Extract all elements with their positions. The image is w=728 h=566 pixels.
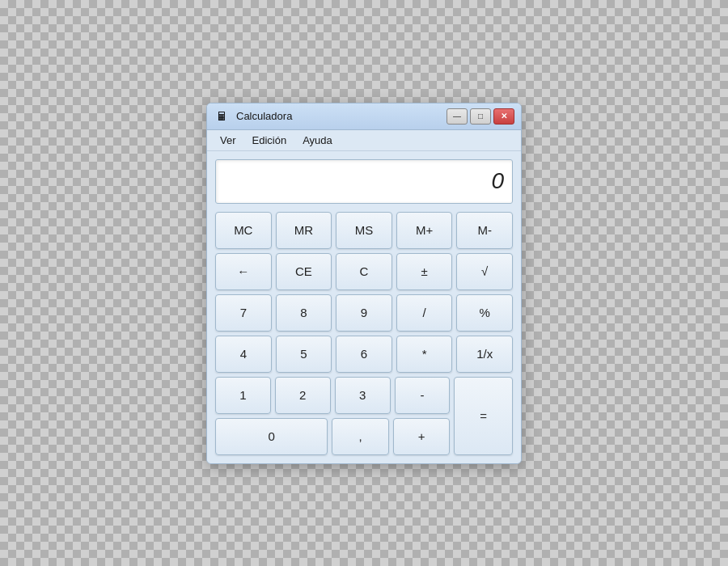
backspace-button[interactable]: ← — [215, 253, 272, 290]
row-456: 4 5 6 * 1/x — [215, 336, 513, 373]
row-123: 1 2 3 - — [215, 377, 450, 414]
percent-button[interactable]: % — [456, 294, 513, 332]
window-title: Calculadora — [236, 110, 440, 122]
equals-col: = — [454, 377, 513, 455]
seven-button[interactable]: 7 — [215, 294, 272, 332]
app-icon: 🖩 — [214, 108, 230, 125]
plus-button[interactable]: + — [393, 418, 451, 455]
two-button[interactable]: 2 — [275, 377, 331, 414]
ce-button[interactable]: CE — [276, 253, 332, 290]
eight-button[interactable]: 8 — [276, 294, 332, 332]
button-grid: MC MR MS M+ M- ← CE C ± √ 7 8 9 / % — [215, 212, 513, 455]
plusminus-button[interactable]: ± — [396, 253, 453, 290]
four-button[interactable]: 4 — [215, 336, 272, 373]
window-controls: — □ ✕ — [447, 108, 514, 125]
minimize-button[interactable]: — — [447, 108, 468, 125]
mplus-button[interactable]: M+ — [396, 212, 453, 249]
ms-button[interactable]: MS — [336, 212, 392, 249]
menu-ver[interactable]: Ver — [214, 133, 243, 148]
memory-row: MC MR MS M+ M- — [215, 212, 513, 249]
row-0: 0 , + — [215, 418, 450, 455]
one-button[interactable]: 1 — [215, 377, 271, 414]
bottom-left: 1 2 3 - 0 , + — [215, 377, 450, 455]
mr-button[interactable]: MR — [276, 212, 332, 249]
comma-button[interactable]: , — [332, 418, 389, 455]
display: 0 — [215, 159, 513, 204]
nine-button[interactable]: 9 — [336, 294, 392, 332]
mminus-button[interactable]: M- — [456, 212, 513, 249]
reciprocal-button[interactable]: 1/x — [456, 336, 513, 373]
restore-button[interactable]: □ — [470, 108, 491, 125]
title-bar: 🖩 Calculadora — □ ✕ — [207, 103, 521, 130]
menu-edicion[interactable]: Edición — [246, 133, 294, 148]
three-button[interactable]: 3 — [335, 377, 391, 414]
divide-button[interactable]: / — [396, 294, 453, 332]
equals-button[interactable]: = — [454, 377, 513, 455]
clear-row: ← CE C ± √ — [215, 253, 513, 290]
minus-button[interactable]: - — [395, 377, 451, 414]
display-value: 0 — [491, 168, 504, 194]
menu-ayuda[interactable]: Ayuda — [296, 133, 339, 148]
c-button[interactable]: C — [336, 253, 392, 290]
multiply-button[interactable]: * — [396, 336, 453, 373]
menu-bar: Ver Edición Ayuda — [207, 130, 521, 151]
five-button[interactable]: 5 — [276, 336, 332, 373]
mc-button[interactable]: MC — [215, 212, 272, 249]
row-789: 7 8 9 / % — [215, 294, 513, 332]
six-button[interactable]: 6 — [336, 336, 392, 373]
calculator-window: 🖩 Calculadora — □ ✕ Ver Edición Ayuda 0 … — [206, 103, 522, 464]
close-button[interactable]: ✕ — [493, 108, 514, 125]
sqrt-button[interactable]: √ — [456, 253, 513, 290]
bottom-section: 1 2 3 - 0 , + = — [215, 377, 513, 455]
calculator-body: 0 MC MR MS M+ M- ← CE C ± √ 7 — [207, 151, 521, 463]
zero-button[interactable]: 0 — [215, 418, 328, 455]
